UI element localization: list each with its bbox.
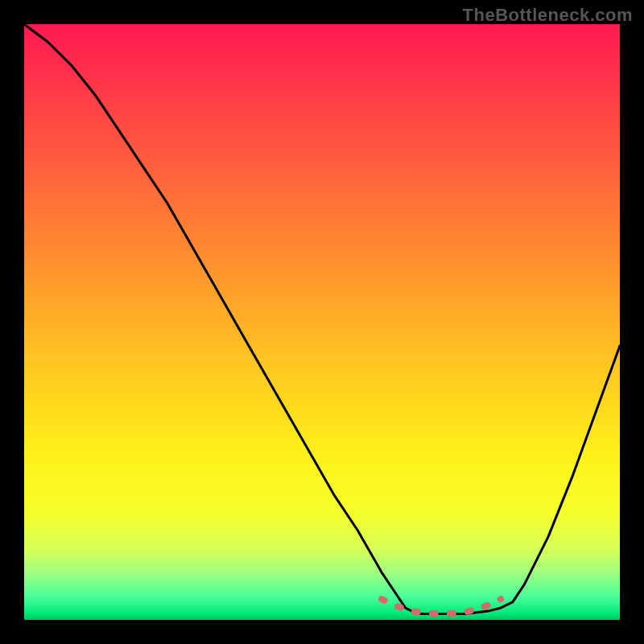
bottleneck-curve	[24, 24, 620, 614]
plot-area	[24, 24, 620, 620]
chart-frame: TheBottleneck.com	[0, 0, 644, 644]
curve-svg	[24, 24, 620, 620]
watermark-label: TheBottleneck.com	[463, 5, 633, 26]
